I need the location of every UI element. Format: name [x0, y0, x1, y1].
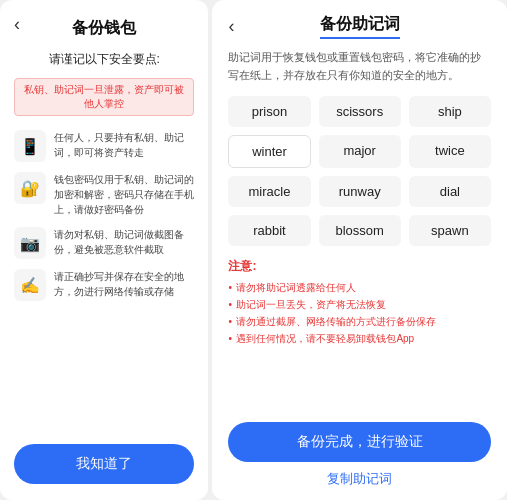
mnemonic-word-5: major [319, 135, 401, 168]
mnemonic-word-4: winter [228, 135, 310, 168]
mnemonic-word-3: ship [409, 96, 491, 127]
left-confirm-button[interactable]: 我知道了 [14, 444, 194, 484]
notes-item-1: 请勿将助记词透露给任何人 [228, 279, 491, 296]
safety-item-4: ✍️ 请正确抄写并保存在安全的地方，勿进行网络传输或存储 [14, 269, 194, 301]
left-subtitle: 请谨记以下安全要点: [49, 51, 160, 68]
mnemonic-grid: prison scissors ship winter major twice … [228, 96, 491, 246]
left-back-button[interactable]: ‹ [14, 14, 20, 35]
mnemonic-word-2: scissors [319, 96, 401, 127]
mnemonic-word-10: rabbit [228, 215, 310, 246]
left-panel: ‹ 备份钱包 请谨记以下安全要点: 私钥、助记词一旦泄露，资产即可被他人掌控 📱… [0, 0, 208, 500]
notes-item-2: 助记词一旦丢失，资产将无法恢复 [228, 296, 491, 313]
right-copy-button[interactable]: 复制助记词 [327, 470, 392, 488]
left-bottom: 我知道了 [14, 444, 194, 484]
mnemonic-word-8: runway [319, 176, 401, 207]
right-confirm-button[interactable]: 备份完成，进行验证 [228, 422, 491, 462]
safety-text-3: 请勿对私钥、助记词做截图备份，避免被恶意软件截取 [54, 227, 194, 257]
right-header: ‹ 备份助记词 [228, 14, 491, 39]
safety-text-2: 钱包密码仅用于私钥、助记词的加密和解密，密码只存储在手机上，请做好密码备份 [54, 172, 194, 217]
warning-badge: 私钥、助记词一旦泄露，资产即可被他人掌控 [14, 78, 194, 116]
safety-icon-4: ✍️ [14, 269, 46, 301]
right-title: 备份助记词 [320, 14, 400, 39]
notes-item-4: 遇到任何情况，请不要轻易卸载钱包App [228, 330, 491, 347]
safety-icon-2: 🔐 [14, 172, 46, 204]
mnemonic-word-9: dial [409, 176, 491, 207]
mnemonic-word-7: miracle [228, 176, 310, 207]
safety-item-3: 📷 请勿对私钥、助记词做截图备份，避免被恶意软件截取 [14, 227, 194, 259]
notes-item-3: 请勿通过截屏、网络传输的方式进行备份保存 [228, 313, 491, 330]
left-title: 备份钱包 [72, 18, 136, 39]
notes-section: 注意: 请勿将助记词透露给任何人 助记词一旦丢失，资产将无法恢复 请勿通过截屏、… [228, 258, 491, 347]
mnemonic-word-1: prison [228, 96, 310, 127]
safety-item-2: 🔐 钱包密码仅用于私钥、助记词的加密和解密，密码只存储在手机上，请做好密码备份 [14, 172, 194, 217]
right-panel: ‹ 备份助记词 助记词用于恢复钱包或重置钱包密码，将它准确的抄写在纸上，并存放在… [212, 0, 507, 500]
safety-text-4: 请正确抄写并保存在安全的地方，勿进行网络传输或存储 [54, 269, 194, 299]
mnemonic-word-11: blossom [319, 215, 401, 246]
safety-icon-3: 📷 [14, 227, 46, 259]
safety-item-1: 📱 任何人，只要持有私钥、助记词，即可将资产转走 [14, 130, 194, 162]
safety-text-1: 任何人，只要持有私钥、助记词，即可将资产转走 [54, 130, 194, 160]
mnemonic-word-6: twice [409, 135, 491, 168]
right-back-button[interactable]: ‹ [228, 16, 234, 37]
notes-title: 注意: [228, 258, 491, 275]
right-bottom: 备份完成，进行验证 复制助记词 [228, 422, 491, 488]
right-description: 助记词用于恢复钱包或重置钱包密码，将它准确的抄写在纸上，并存放在只有你知道的安全… [228, 49, 491, 84]
mnemonic-word-12: spawn [409, 215, 491, 246]
safety-icon-1: 📱 [14, 130, 46, 162]
